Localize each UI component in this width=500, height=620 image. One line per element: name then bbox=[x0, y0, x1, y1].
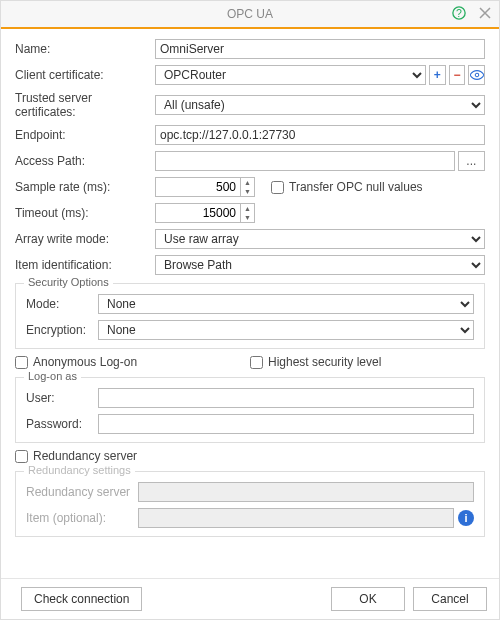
chevron-up-icon[interactable]: ▲ bbox=[241, 204, 254, 213]
timeout-input[interactable] bbox=[155, 203, 241, 223]
label-access-path: Access Path: bbox=[15, 154, 155, 168]
label-user: User: bbox=[26, 391, 98, 405]
label-sample-rate: Sample rate (ms): bbox=[15, 180, 155, 194]
label-array-write: Array write mode: bbox=[15, 232, 155, 246]
add-cert-button[interactable]: + bbox=[429, 65, 446, 85]
cancel-button[interactable]: Cancel bbox=[413, 587, 487, 611]
anonymous-logon-checkbox[interactable]: Anonymous Log-on bbox=[15, 355, 250, 369]
chevron-up-icon[interactable]: ▲ bbox=[241, 178, 254, 187]
access-path-browse-button[interactable]: ... bbox=[458, 151, 485, 171]
label-password: Password: bbox=[26, 417, 98, 431]
timeout-stepper[interactable]: ▲▼ bbox=[155, 203, 255, 223]
endpoint-input[interactable] bbox=[155, 125, 485, 145]
encryption-select[interactable]: None bbox=[98, 320, 474, 340]
label-name: Name: bbox=[15, 42, 155, 56]
svg-text:?: ? bbox=[456, 7, 462, 19]
client-cert-select[interactable]: OPCRouter bbox=[155, 65, 426, 85]
svg-point-2 bbox=[475, 73, 479, 77]
item-optional-input bbox=[138, 508, 454, 528]
help-icon[interactable]: ? bbox=[451, 5, 467, 21]
password-input[interactable] bbox=[98, 414, 474, 434]
label-endpoint: Endpoint: bbox=[15, 128, 155, 142]
close-icon[interactable] bbox=[477, 5, 493, 21]
logon-as-group: Log-on as User: Password: bbox=[15, 377, 485, 443]
remove-cert-button[interactable]: − bbox=[449, 65, 466, 85]
label-client-cert: Client certificate: bbox=[15, 68, 155, 82]
check-connection-button[interactable]: Check connection bbox=[21, 587, 142, 611]
name-input[interactable] bbox=[155, 39, 485, 59]
dialog-body: Name: Client certificate: OPCRouter + − … bbox=[1, 29, 499, 578]
label-trusted-certs: Trusted server certificates: bbox=[15, 91, 155, 119]
chevron-down-icon[interactable]: ▼ bbox=[241, 213, 254, 222]
label-redundancy-server: Redundancy server bbox=[26, 485, 138, 499]
dialog-title: OPC UA bbox=[227, 7, 273, 21]
security-options-group: Security Options Mode: None Encryption: … bbox=[15, 283, 485, 349]
access-path-input[interactable] bbox=[155, 151, 455, 171]
view-cert-button[interactable] bbox=[468, 65, 485, 85]
security-mode-select[interactable]: None bbox=[98, 294, 474, 314]
label-mode: Mode: bbox=[26, 297, 98, 311]
redundancy-server-checkbox[interactable]: Redundancy server bbox=[15, 449, 137, 463]
user-input[interactable] bbox=[98, 388, 474, 408]
chevron-down-icon[interactable]: ▼ bbox=[241, 187, 254, 196]
sample-rate-stepper[interactable]: ▲▼ bbox=[155, 177, 255, 197]
dialog-footer: Check connection OK Cancel bbox=[1, 578, 499, 619]
redundancy-settings-group: Redundancy settings Redundancy server It… bbox=[15, 471, 485, 537]
trusted-certs-select[interactable]: All (unsafe) bbox=[155, 95, 485, 115]
highest-security-checkbox[interactable]: Highest security level bbox=[250, 355, 485, 369]
redundancy-server-input bbox=[138, 482, 474, 502]
label-item-optional: Item (optional): bbox=[26, 511, 138, 525]
transfer-null-checkbox[interactable]: Transfer OPC null values bbox=[271, 180, 423, 194]
sample-rate-input[interactable] bbox=[155, 177, 241, 197]
label-timeout: Timeout (ms): bbox=[15, 206, 155, 220]
label-item-ident: Item identification: bbox=[15, 258, 155, 272]
ok-button[interactable]: OK bbox=[331, 587, 405, 611]
info-icon[interactable]: i bbox=[458, 510, 474, 526]
array-write-select[interactable]: Use raw array bbox=[155, 229, 485, 249]
item-ident-select[interactable]: Browse Path bbox=[155, 255, 485, 275]
titlebar: OPC UA ? bbox=[1, 1, 499, 29]
label-encryption: Encryption: bbox=[26, 323, 98, 337]
